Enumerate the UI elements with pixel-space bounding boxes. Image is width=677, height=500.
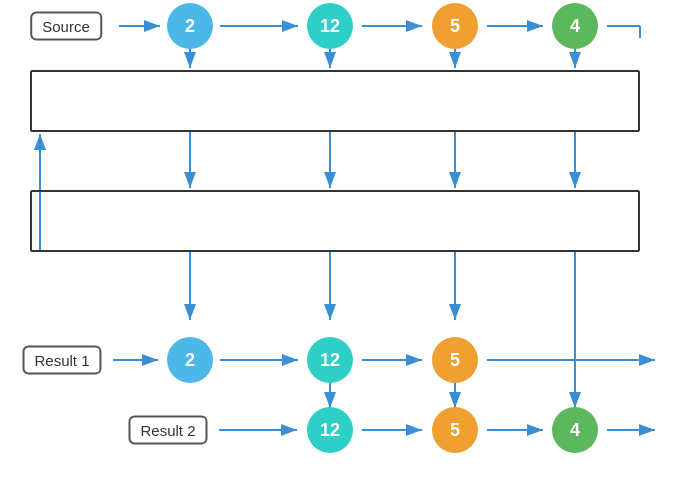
result1-node-2: 2 xyxy=(167,337,213,383)
source-node-2: 2 xyxy=(167,3,213,49)
source-node-4: 4 xyxy=(552,3,598,49)
buffer-box-2 xyxy=(30,190,640,252)
result1-node-12: 12 xyxy=(307,337,353,383)
result2-label: Result 2 xyxy=(128,416,207,445)
result2-node-5: 5 xyxy=(432,407,478,453)
source-node-5: 5 xyxy=(432,3,478,49)
buffer-box-1 xyxy=(30,70,640,132)
pipeline-diagram: Source 2 12 5 4 Result 1 2 12 5 Result 2… xyxy=(0,0,677,500)
result2-node-4: 4 xyxy=(552,407,598,453)
result1-node-5: 5 xyxy=(432,337,478,383)
source-node-12: 12 xyxy=(307,3,353,49)
source-label: Source xyxy=(30,12,102,41)
result1-label: Result 1 xyxy=(22,346,101,375)
result2-node-12: 12 xyxy=(307,407,353,453)
